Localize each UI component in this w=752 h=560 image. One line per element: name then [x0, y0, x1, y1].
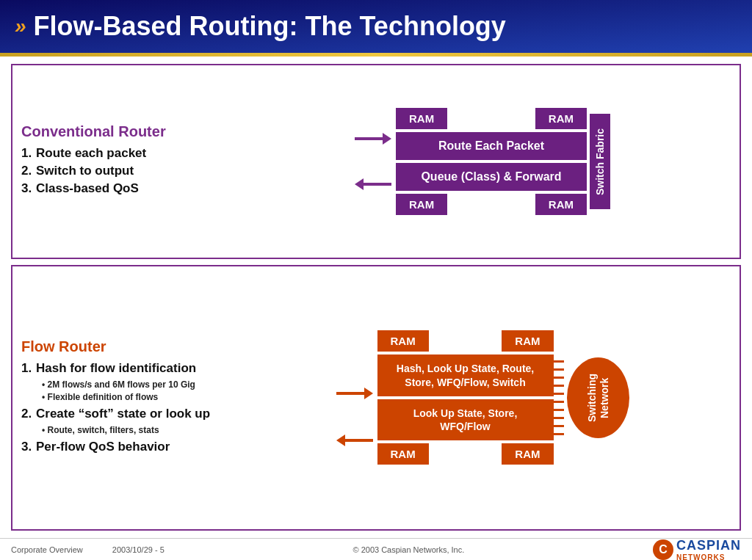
- hatch-line-8: [554, 417, 564, 419]
- switch-fabric-box: Switch Fabric: [590, 114, 610, 209]
- conv-ram-bottom-row: RAM RAM: [396, 194, 587, 215]
- flow-item-2: 2.Create “soft” state or look up: [21, 407, 227, 421]
- footer-copyright: © 2003 Caspian Networks, Inc.: [352, 545, 464, 554]
- conv-queue-box: Queue (Class) & Forward: [396, 163, 587, 191]
- flow-item-1-subs: • 2M flows/s and 6M flows per 10 Gig • F…: [42, 379, 227, 404]
- flow-router-diagram: RAM RAM Hash, Look Up State, Route, Stor…: [234, 274, 731, 522]
- switching-network-oval: Switching Network: [567, 357, 629, 438]
- logo-networks: NETWORKS: [676, 553, 741, 561]
- hatch-line-10: [554, 433, 564, 435]
- footer-left: Corporate Overview 2003/10/29 - 5: [11, 545, 164, 554]
- flow-ram-bottom-right: RAM: [502, 443, 553, 465]
- flow-router-title: Flow Router: [21, 338, 227, 355]
- conventional-item-1: 1.Route each packet: [21, 146, 227, 161]
- conv-center-blocks: RAM RAM Route Each Packet Queue (Class) …: [396, 108, 587, 215]
- footer-logo: C CASPIAN NETWORKS: [653, 538, 741, 561]
- flow-router-text: Flow Router 1.Hash for flow identificati…: [21, 274, 227, 522]
- logo-text: CASPIAN NETWORKS: [676, 538, 741, 561]
- gold-divider: [0, 53, 752, 57]
- hatch-line-7: [554, 409, 564, 411]
- flow-ram-top-right: RAM: [502, 330, 553, 352]
- flow-ram-bottom-left: RAM: [377, 443, 429, 465]
- conv-diagram-wrapper: RAM RAM Route Each Packet Queue (Class) …: [355, 108, 610, 215]
- arrow-from-lookup: [336, 436, 373, 445]
- conv-ram-bottom-right: RAM: [535, 194, 587, 215]
- flow-router-panel: Flow Router 1.Hash for flow identificati…: [11, 265, 741, 531]
- conventional-router-text: Conventional Router 1.Route each packet …: [21, 73, 227, 250]
- conventional-router-title: Conventional Router: [21, 123, 227, 140]
- flow-item-1: 1.Hash for flow identification: [21, 361, 227, 376]
- footer-date: 2003/10/29 - 5: [112, 545, 164, 554]
- hatch-line-1: [554, 360, 564, 363]
- flow-item-2-subs: • Route, switch, filters, stats: [42, 424, 227, 437]
- logo-caspian: CASPIAN: [676, 538, 741, 553]
- footer: Corporate Overview 2003/10/29 - 5 © 2003…: [0, 538, 752, 560]
- conv-ram-top-left: RAM: [396, 108, 447, 129]
- flow-ram-top-row: RAM RAM: [377, 330, 554, 352]
- footer-category: Corporate Overview: [11, 545, 83, 554]
- header: » Flow-Based Routing: The Technology: [0, 0, 752, 53]
- conv-ram-bottom-left: RAM: [396, 194, 447, 215]
- flow-sub-2-1: • Route, switch, filters, stats: [42, 424, 227, 437]
- hatch-line-3: [554, 377, 564, 379]
- main-content: Conventional Router 1.Route each packet …: [0, 57, 752, 538]
- flow-ram-top-left: RAM: [377, 330, 429, 352]
- flow-ram-bottom-row: RAM RAM: [377, 443, 554, 465]
- conventional-item-2: 2.Switch to output: [21, 164, 227, 178]
- flow-sub-1-1: • 2M flows/s and 6M flows per 10 Gig: [42, 379, 227, 391]
- flow-hash-box: Hash, Look Up State, Route, Store, WFQ/F…: [377, 354, 554, 396]
- flow-diagram-wrapper: RAM RAM Hash, Look Up State, Route, Stor…: [336, 330, 629, 465]
- arrow-from-queue: [355, 180, 391, 189]
- conv-ram-top-right: RAM: [535, 108, 587, 129]
- conv-arrows: [355, 134, 391, 189]
- arrow-to-route: [355, 134, 391, 143]
- flow-center-blocks: RAM RAM Hash, Look Up State, Route, Stor…: [377, 330, 554, 465]
- hatch-line-9: [554, 425, 564, 427]
- hatch-line-6: [554, 401, 564, 403]
- flow-sub-1-2: • Flexible definition of flows: [42, 391, 227, 404]
- hatch-line-5: [554, 393, 564, 395]
- conventional-item-3: 3.Class-based QoS: [21, 181, 227, 196]
- conventional-router-panel: Conventional Router 1.Route each packet …: [11, 64, 741, 259]
- page-title: Flow-Based Routing: The Technology: [34, 11, 506, 42]
- flow-item-3: 3.Per-flow QoS behavior: [21, 440, 227, 454]
- arrow-to-hash: [336, 389, 373, 398]
- logo-icon: C: [653, 539, 673, 560]
- conventional-router-diagram: RAM RAM Route Each Packet Queue (Class) …: [234, 73, 731, 250]
- flow-lookup-box: Look Up State, Store, WFQ/Flow: [377, 399, 554, 440]
- hatch-line-4: [554, 385, 564, 387]
- header-chevron-icon: »: [15, 15, 26, 38]
- conv-route-box: Route Each Packet: [396, 132, 587, 160]
- conv-ram-top-row: RAM RAM: [396, 108, 587, 129]
- hatch-line-2: [554, 368, 564, 371]
- hatch-lines: [554, 357, 564, 438]
- flow-arrows: [336, 351, 373, 445]
